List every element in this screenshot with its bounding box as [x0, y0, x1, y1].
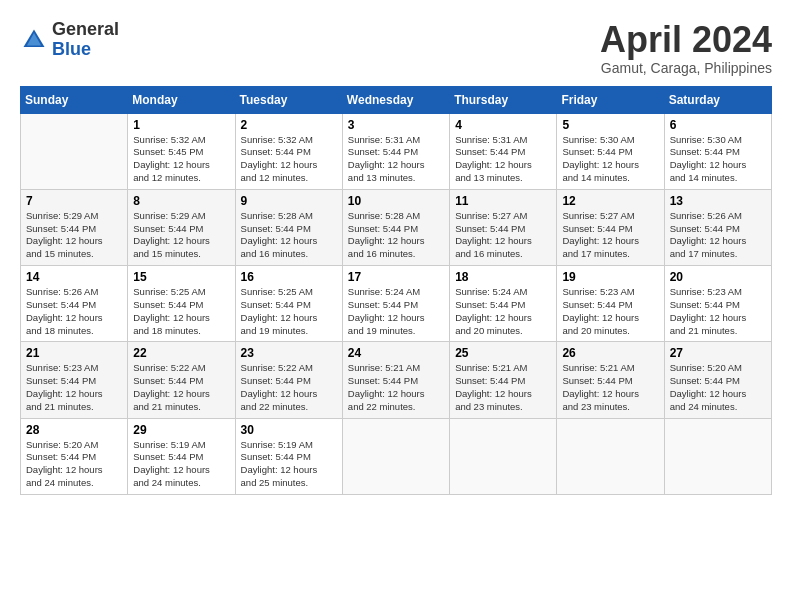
logo-text: General Blue: [52, 20, 119, 60]
calendar-cell: 29Sunrise: 5:19 AM Sunset: 5:44 PM Dayli…: [128, 418, 235, 494]
calendar-cell: 5Sunrise: 5:30 AM Sunset: 5:44 PM Daylig…: [557, 113, 664, 189]
day-info: Sunrise: 5:20 AM Sunset: 5:44 PM Dayligh…: [26, 439, 122, 490]
day-number: 17: [348, 270, 444, 284]
day-info: Sunrise: 5:27 AM Sunset: 5:44 PM Dayligh…: [562, 210, 658, 261]
day-info: Sunrise: 5:22 AM Sunset: 5:44 PM Dayligh…: [241, 362, 337, 413]
title-area: April 2024 Gamut, Caraga, Philippines: [600, 20, 772, 76]
day-number: 11: [455, 194, 551, 208]
day-info: Sunrise: 5:21 AM Sunset: 5:44 PM Dayligh…: [455, 362, 551, 413]
day-number: 20: [670, 270, 766, 284]
day-info: Sunrise: 5:20 AM Sunset: 5:44 PM Dayligh…: [670, 362, 766, 413]
calendar-table: SundayMondayTuesdayWednesdayThursdayFrid…: [20, 86, 772, 495]
day-info: Sunrise: 5:23 AM Sunset: 5:44 PM Dayligh…: [26, 362, 122, 413]
calendar-cell: 22Sunrise: 5:22 AM Sunset: 5:44 PM Dayli…: [128, 342, 235, 418]
calendar-cell: 14Sunrise: 5:26 AM Sunset: 5:44 PM Dayli…: [21, 266, 128, 342]
calendar-cell: 15Sunrise: 5:25 AM Sunset: 5:44 PM Dayli…: [128, 266, 235, 342]
day-number: 15: [133, 270, 229, 284]
day-number: 24: [348, 346, 444, 360]
day-number: 28: [26, 423, 122, 437]
day-number: 8: [133, 194, 229, 208]
day-number: 30: [241, 423, 337, 437]
day-number: 9: [241, 194, 337, 208]
day-number: 6: [670, 118, 766, 132]
calendar-cell: 1Sunrise: 5:32 AM Sunset: 5:45 PM Daylig…: [128, 113, 235, 189]
day-number: 26: [562, 346, 658, 360]
calendar-week-row: 7Sunrise: 5:29 AM Sunset: 5:44 PM Daylig…: [21, 189, 772, 265]
day-number: 21: [26, 346, 122, 360]
day-of-week-header: Wednesday: [342, 86, 449, 113]
day-number: 3: [348, 118, 444, 132]
day-number: 22: [133, 346, 229, 360]
header: General Blue April 2024 Gamut, Caraga, P…: [20, 20, 772, 76]
calendar-week-row: 14Sunrise: 5:26 AM Sunset: 5:44 PM Dayli…: [21, 266, 772, 342]
day-number: 19: [562, 270, 658, 284]
calendar-cell: [21, 113, 128, 189]
day-info: Sunrise: 5:19 AM Sunset: 5:44 PM Dayligh…: [133, 439, 229, 490]
logo-icon: [20, 26, 48, 54]
day-info: Sunrise: 5:26 AM Sunset: 5:44 PM Dayligh…: [670, 210, 766, 261]
day-of-week-header: Saturday: [664, 86, 771, 113]
day-info: Sunrise: 5:25 AM Sunset: 5:44 PM Dayligh…: [133, 286, 229, 337]
day-info: Sunrise: 5:25 AM Sunset: 5:44 PM Dayligh…: [241, 286, 337, 337]
calendar-body: 1Sunrise: 5:32 AM Sunset: 5:45 PM Daylig…: [21, 113, 772, 494]
calendar-cell: 2Sunrise: 5:32 AM Sunset: 5:44 PM Daylig…: [235, 113, 342, 189]
calendar-cell: 28Sunrise: 5:20 AM Sunset: 5:44 PM Dayli…: [21, 418, 128, 494]
day-of-week-header: Thursday: [450, 86, 557, 113]
day-info: Sunrise: 5:22 AM Sunset: 5:44 PM Dayligh…: [133, 362, 229, 413]
calendar-cell: 7Sunrise: 5:29 AM Sunset: 5:44 PM Daylig…: [21, 189, 128, 265]
day-info: Sunrise: 5:32 AM Sunset: 5:44 PM Dayligh…: [241, 134, 337, 185]
day-info: Sunrise: 5:26 AM Sunset: 5:44 PM Dayligh…: [26, 286, 122, 337]
day-header-row: SundayMondayTuesdayWednesdayThursdayFrid…: [21, 86, 772, 113]
day-number: 23: [241, 346, 337, 360]
day-info: Sunrise: 5:31 AM Sunset: 5:44 PM Dayligh…: [348, 134, 444, 185]
calendar-week-row: 21Sunrise: 5:23 AM Sunset: 5:44 PM Dayli…: [21, 342, 772, 418]
calendar-cell: 21Sunrise: 5:23 AM Sunset: 5:44 PM Dayli…: [21, 342, 128, 418]
day-info: Sunrise: 5:23 AM Sunset: 5:44 PM Dayligh…: [670, 286, 766, 337]
calendar-cell: 23Sunrise: 5:22 AM Sunset: 5:44 PM Dayli…: [235, 342, 342, 418]
month-title: April 2024: [600, 20, 772, 60]
day-info: Sunrise: 5:29 AM Sunset: 5:44 PM Dayligh…: [26, 210, 122, 261]
day-of-week-header: Monday: [128, 86, 235, 113]
calendar-cell: 18Sunrise: 5:24 AM Sunset: 5:44 PM Dayli…: [450, 266, 557, 342]
day-info: Sunrise: 5:30 AM Sunset: 5:44 PM Dayligh…: [562, 134, 658, 185]
day-number: 10: [348, 194, 444, 208]
calendar-cell: 24Sunrise: 5:21 AM Sunset: 5:44 PM Dayli…: [342, 342, 449, 418]
calendar-cell: 13Sunrise: 5:26 AM Sunset: 5:44 PM Dayli…: [664, 189, 771, 265]
calendar-week-row: 1Sunrise: 5:32 AM Sunset: 5:45 PM Daylig…: [21, 113, 772, 189]
calendar-cell: 8Sunrise: 5:29 AM Sunset: 5:44 PM Daylig…: [128, 189, 235, 265]
calendar-cell: 9Sunrise: 5:28 AM Sunset: 5:44 PM Daylig…: [235, 189, 342, 265]
calendar-cell: 26Sunrise: 5:21 AM Sunset: 5:44 PM Dayli…: [557, 342, 664, 418]
day-info: Sunrise: 5:32 AM Sunset: 5:45 PM Dayligh…: [133, 134, 229, 185]
day-of-week-header: Tuesday: [235, 86, 342, 113]
day-number: 12: [562, 194, 658, 208]
calendar-cell: 16Sunrise: 5:25 AM Sunset: 5:44 PM Dayli…: [235, 266, 342, 342]
location-subtitle: Gamut, Caraga, Philippines: [600, 60, 772, 76]
calendar-cell: 11Sunrise: 5:27 AM Sunset: 5:44 PM Dayli…: [450, 189, 557, 265]
day-info: Sunrise: 5:19 AM Sunset: 5:44 PM Dayligh…: [241, 439, 337, 490]
day-number: 1: [133, 118, 229, 132]
calendar-cell: 4Sunrise: 5:31 AM Sunset: 5:44 PM Daylig…: [450, 113, 557, 189]
day-info: Sunrise: 5:21 AM Sunset: 5:44 PM Dayligh…: [348, 362, 444, 413]
calendar-cell: [557, 418, 664, 494]
calendar-cell: 20Sunrise: 5:23 AM Sunset: 5:44 PM Dayli…: [664, 266, 771, 342]
day-info: Sunrise: 5:27 AM Sunset: 5:44 PM Dayligh…: [455, 210, 551, 261]
logo: General Blue: [20, 20, 119, 60]
calendar-cell: [664, 418, 771, 494]
day-info: Sunrise: 5:24 AM Sunset: 5:44 PM Dayligh…: [455, 286, 551, 337]
calendar-cell: 12Sunrise: 5:27 AM Sunset: 5:44 PM Dayli…: [557, 189, 664, 265]
calendar-cell: [342, 418, 449, 494]
day-of-week-header: Sunday: [21, 86, 128, 113]
day-info: Sunrise: 5:30 AM Sunset: 5:44 PM Dayligh…: [670, 134, 766, 185]
calendar-cell: 19Sunrise: 5:23 AM Sunset: 5:44 PM Dayli…: [557, 266, 664, 342]
day-number: 4: [455, 118, 551, 132]
calendar-cell: 30Sunrise: 5:19 AM Sunset: 5:44 PM Dayli…: [235, 418, 342, 494]
calendar-cell: [450, 418, 557, 494]
day-info: Sunrise: 5:28 AM Sunset: 5:44 PM Dayligh…: [348, 210, 444, 261]
calendar-cell: 6Sunrise: 5:30 AM Sunset: 5:44 PM Daylig…: [664, 113, 771, 189]
day-of-week-header: Friday: [557, 86, 664, 113]
logo-blue-text: Blue: [52, 40, 119, 60]
day-number: 29: [133, 423, 229, 437]
day-number: 14: [26, 270, 122, 284]
day-number: 16: [241, 270, 337, 284]
calendar-cell: 25Sunrise: 5:21 AM Sunset: 5:44 PM Dayli…: [450, 342, 557, 418]
